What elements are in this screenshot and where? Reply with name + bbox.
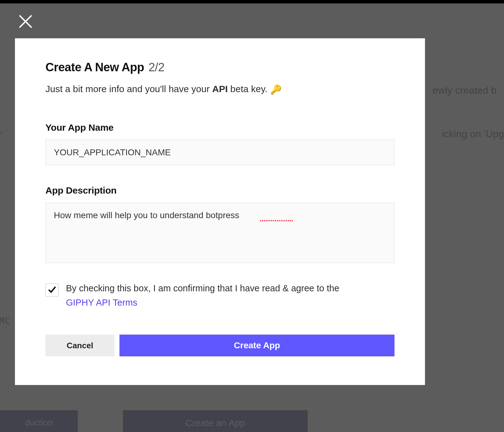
create-app-modal: Create A New App 2/2 Just a bit more inf… [15,38,425,385]
close-icon [17,13,34,31]
terms-text: By checking this box, I am confirming th… [66,281,339,310]
app-description-label: App Description [45,185,394,196]
close-button[interactable] [17,13,34,31]
app-name-label: Your App Name [45,122,394,133]
app-description-textarea[interactable] [45,203,394,263]
modal-step-indicator: 2/2 [148,61,164,74]
subtitle-bold: API [212,84,228,94]
terms-sentence: By checking this box, I am confirming th… [66,283,339,293]
create-app-button[interactable]: Create App [119,335,394,356]
checkmark-icon [47,285,57,295]
modal-button-row: Cancel Create App [45,335,394,356]
modal-overlay[interactable]: Create A New App 2/2 Just a bit more inf… [0,3,504,432]
app-name-input[interactable] [45,140,394,165]
modal-subtitle: Just a bit more info and you'll have you… [45,83,394,96]
modal-title: Create A New App 2/2 [45,61,394,74]
cancel-button[interactable]: Cancel [45,335,114,356]
spellcheck-underline [260,220,293,221]
page-top-strip [0,0,504,3]
terms-row: By checking this box, I am confirming th… [45,281,394,310]
key-icon: 🔑 [270,83,282,96]
modal-title-text: Create A New App [45,61,144,74]
terms-link[interactable]: GIPHY API Terms [66,298,137,308]
terms-checkbox[interactable] [45,284,58,297]
subtitle-text: beta key. [228,84,270,94]
subtitle-text: Just a bit more info and you'll have you… [45,84,212,94]
